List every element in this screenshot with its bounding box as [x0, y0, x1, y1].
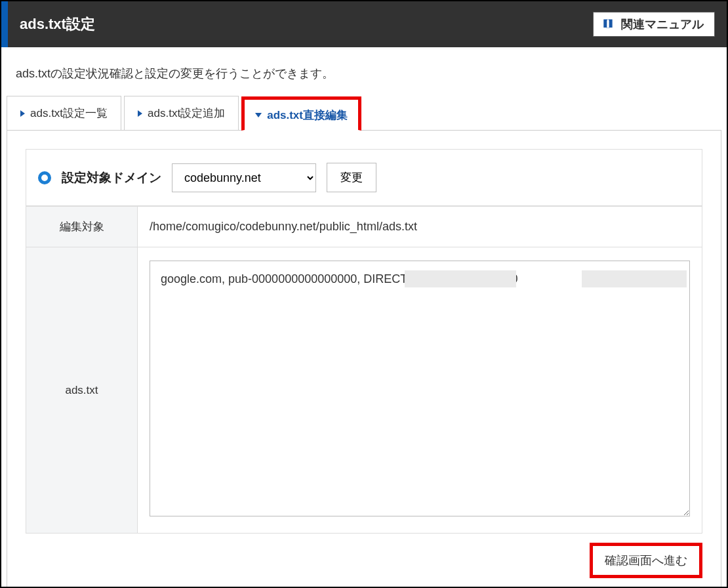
- tab-content: 設定対象ドメイン codebunny.net 変更 編集対象 /home/com…: [7, 131, 721, 588]
- page-description: ads.txtの設定状況確認と設定の変更を行うことができます。: [1, 47, 727, 96]
- chevron-right-icon: [138, 110, 142, 117]
- bullet-icon: [38, 171, 51, 184]
- ads-txt-textarea[interactable]: [150, 261, 690, 516]
- tab-ads-txt-edit[interactable]: ads.txt直接編集: [241, 96, 361, 131]
- footer-actions: 確認画面へ進む: [26, 543, 702, 578]
- ads-txt-label: ads.txt: [26, 247, 138, 534]
- edit-target-label: 編集対象: [26, 207, 138, 247]
- domain-select[interactable]: codebunny.net: [172, 163, 316, 192]
- tab-ads-txt-list[interactable]: ads.txt設定一覧: [7, 96, 121, 130]
- domain-selector-row: 設定対象ドメイン codebunny.net 変更: [26, 149, 702, 206]
- textarea-wrap: [150, 261, 690, 520]
- edit-target-value: /home/comugico/codebunny.net/public_html…: [138, 207, 702, 247]
- book-icon: [601, 18, 615, 31]
- change-domain-button[interactable]: 変更: [327, 163, 376, 192]
- tab-ads-txt-add[interactable]: ads.txt設定追加: [124, 96, 239, 130]
- table-row: 編集対象 /home/comugico/codebunny.net/public…: [26, 207, 702, 247]
- chevron-down-icon: [255, 113, 262, 117]
- tab-label: ads.txt設定一覧: [30, 106, 108, 121]
- domain-label: 設定対象ドメイン: [62, 169, 161, 186]
- tab-label: ads.txt設定追加: [148, 106, 225, 121]
- related-manual-button[interactable]: 関連マニュアル: [593, 12, 715, 37]
- tabs-nav: ads.txt設定一覧 ads.txt設定追加 ads.txt直接編集: [7, 96, 721, 131]
- page-title: ads.txt設定: [20, 14, 95, 34]
- tab-label: ads.txt直接編集: [267, 108, 348, 123]
- edit-form-table: 編集対象 /home/comugico/codebunny.net/public…: [26, 206, 702, 534]
- table-row: ads.txt: [26, 247, 702, 534]
- page-header: ads.txt設定 関連マニュアル: [1, 1, 727, 47]
- related-manual-label: 関連マニュアル: [621, 16, 704, 32]
- chevron-right-icon: [20, 110, 25, 117]
- confirm-button[interactable]: 確認画面へ進む: [590, 543, 702, 578]
